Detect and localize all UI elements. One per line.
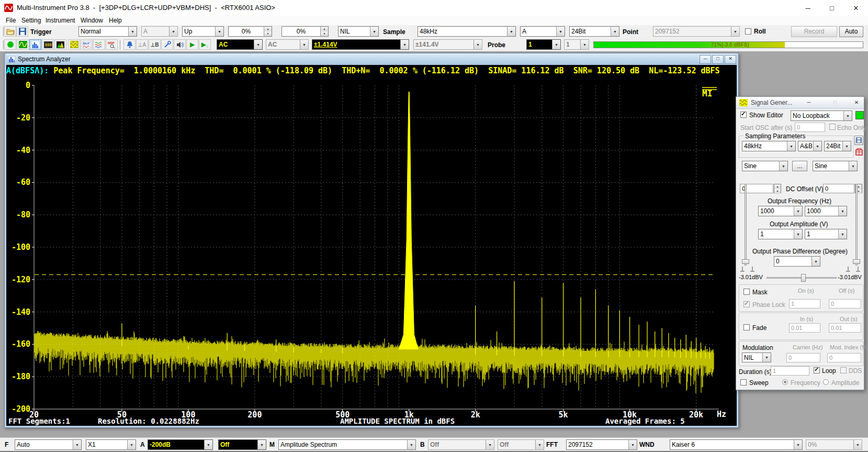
signal-generator-titlebar[interactable]: Signal Gener... ─ □ ✕: [736, 97, 864, 109]
phase-lock-checkbox[interactable]: [743, 301, 750, 307]
menu-instrument[interactable]: Instrument: [42, 16, 79, 25]
sweep-frequency-radio[interactable]: [782, 379, 788, 385]
fade-checkbox[interactable]: [743, 324, 750, 330]
point-count-select[interactable]: 2097152▼: [653, 26, 740, 37]
signal-generator-button[interactable]: [68, 39, 80, 50]
ddp-viewer-button[interactable]: DDP: [106, 39, 118, 50]
multimeter-button[interactable]: 000: [42, 39, 54, 50]
derived-data-button[interactable]: [93, 39, 105, 50]
window-function-select[interactable]: Kaiser 6▼: [670, 439, 803, 450]
modulation-type-select[interactable]: NIL▼: [742, 352, 771, 362]
overlap-select[interactable]: 0%▼: [806, 439, 862, 450]
menu-help[interactable]: Help: [105, 16, 126, 25]
frequency-a-select[interactable]: 1000▼: [758, 206, 803, 216]
spectrum-plot[interactable]: MI FFT Segments:1 Resolution: 0.0228882H…: [6, 76, 737, 426]
run-indicator-button[interactable]: [4, 39, 16, 50]
sampling-rate-select[interactable]: 48kHz▼: [418, 26, 516, 37]
window-maximize-button[interactable]: □: [820, 0, 844, 16]
spin-down-icon[interactable]: ▼: [264, 31, 272, 36]
fade-in-input[interactable]: 0.01: [789, 323, 820, 333]
sound-device-button[interactable]: [123, 39, 136, 50]
save-file-button[interactable]: [16, 26, 28, 37]
spectrum-close-button[interactable]: ✕: [725, 55, 736, 64]
menu-file[interactable]: File: [2, 16, 19, 25]
range-a-select[interactable]: ±1.414V▼: [312, 39, 409, 50]
level-slider-a-handle[interactable]: [742, 259, 749, 264]
mask-checkbox[interactable]: [743, 289, 750, 295]
frequency-axis-select[interactable]: Auto▼: [15, 439, 82, 450]
spectrum-analyzer-button[interactable]: [29, 39, 41, 50]
trigger-mode-select[interactable]: Normal▼: [78, 26, 137, 37]
amplitude-a-select[interactable]: 1▼: [758, 229, 803, 239]
trigger-edge-select[interactable]: Up▼: [182, 26, 224, 37]
probe-b-select[interactable]: 1▼: [564, 39, 589, 50]
device-config-icon[interactable]: [855, 148, 863, 156]
probe-calibration-b-button[interactable]: ⊥B: [149, 39, 161, 50]
spectrum-3d-plot-button[interactable]: [54, 39, 66, 50]
dc-offset-a-spinner[interactable]: ▲▼: [774, 184, 781, 193]
open-file-button[interactable]: [4, 26, 16, 37]
sg-sampling-rate-select[interactable]: 48kHz▼: [742, 141, 796, 151]
sg-bits-select[interactable]: 24Bit▼: [824, 141, 851, 151]
zoom-select[interactable]: X1▼: [86, 439, 136, 450]
carrier-input[interactable]: 0: [786, 353, 820, 362]
probe-calibration-a-button[interactable]: ⊥A: [136, 39, 148, 50]
spin-up-icon[interactable]: ▲: [264, 27, 272, 31]
record-button[interactable]: Record: [791, 26, 837, 37]
siggen-maximize-button[interactable]: □: [830, 98, 840, 106]
fade-out-input[interactable]: 0.01: [829, 323, 861, 333]
show-editor-checkbox[interactable]: [740, 112, 747, 118]
spectrum-minimize-button[interactable]: ─: [700, 55, 711, 64]
coupling-b-select[interactable]: AC▼: [266, 39, 309, 50]
spin-down-icon[interactable]: ▼: [774, 189, 781, 194]
frequency-b-select[interactable]: 1000▼: [805, 206, 847, 216]
window-minimize-button[interactable]: ─: [796, 0, 820, 16]
loop-checkbox[interactable]: [814, 367, 820, 373]
siggen-close-button[interactable]: ✕: [851, 98, 862, 106]
waveform-b-select[interactable]: Sine▼: [813, 161, 858, 171]
run-single-button[interactable]: ▶○: [199, 39, 211, 50]
mask-off-input[interactable]: 0: [829, 299, 861, 308]
sg-channel-select[interactable]: A&B▼: [798, 141, 822, 151]
sg-save-button[interactable]: [854, 136, 863, 145]
coupling-a-select[interactable]: AC▼: [217, 39, 263, 50]
phase-slider-handle[interactable]: [801, 274, 806, 282]
trigger-delay-spinner[interactable]: 0% ▲▼: [281, 26, 329, 37]
spin-up-icon[interactable]: ▲: [321, 27, 328, 31]
roll-checkbox[interactable]: [745, 28, 751, 35]
menu-window[interactable]: Window: [77, 16, 107, 25]
amplitude-b-select[interactable]: 1▼: [805, 229, 847, 239]
b-range-select[interactable]: Off▼: [428, 439, 494, 450]
a-shift-select[interactable]: Off▼: [218, 439, 266, 450]
a-range-select[interactable]: -200dB▼: [148, 439, 213, 450]
phase-difference-select[interactable]: 0▼: [774, 256, 820, 267]
echo-only-checkbox[interactable]: [829, 124, 836, 130]
spectrum-window-titlebar[interactable]: Spectrum Analyzer ─ □ ✕: [6, 53, 737, 65]
dc-offset-b-input[interactable]: 0: [823, 184, 854, 193]
toolbar-grip[interactable]: [1, 40, 4, 49]
siggen-minimize-button[interactable]: ─: [804, 98, 814, 106]
auto-button[interactable]: Auto: [839, 26, 863, 37]
dut-button[interactable]: DUT: [81, 39, 93, 50]
sampling-bits-select[interactable]: 24Bit▼: [569, 26, 619, 37]
duration-input[interactable]: 1: [771, 366, 809, 376]
fft-size-select[interactable]: 2097152▼: [566, 439, 637, 450]
display-mode-select[interactable]: Amplitude Spectrum▼: [278, 439, 416, 450]
window-close-button[interactable]: ✕: [844, 0, 868, 16]
run-button[interactable]: ▶: [186, 39, 198, 50]
sweep-checkbox[interactable]: [740, 379, 747, 385]
trigger-level-spinner[interactable]: 0% ▲▼: [228, 26, 272, 37]
level-slider-b[interactable]: [855, 184, 858, 266]
output-on-indicator[interactable]: [855, 111, 864, 119]
waveform-editor-button[interactable]: ...: [792, 161, 807, 171]
toolbar-grip[interactable]: [1, 27, 4, 36]
start-osc-input[interactable]: 0: [795, 123, 825, 132]
dds-checkbox[interactable]: [840, 367, 847, 373]
sound-output-button[interactable]: [174, 39, 186, 50]
sweep-amplitude-radio[interactable]: [823, 379, 829, 385]
spectrum-maximize-button[interactable]: □: [712, 55, 724, 64]
oscilloscope-button[interactable]: [17, 39, 29, 50]
spin-down-icon[interactable]: ▼: [321, 31, 328, 36]
mask-on-input[interactable]: 1: [789, 299, 820, 308]
trigger-condition-select[interactable]: NIL▼: [338, 26, 379, 37]
